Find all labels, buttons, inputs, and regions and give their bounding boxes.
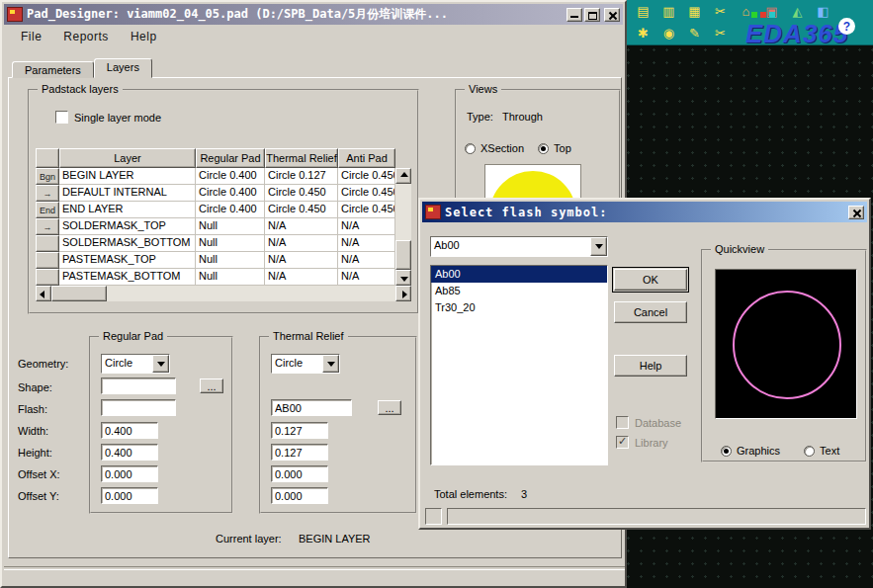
- regular-flash-input[interactable]: [101, 399, 176, 416]
- cut-icon[interactable]: ✂: [710, 3, 731, 21]
- column-header-regular-pad[interactable]: Regular Pad: [196, 148, 265, 168]
- table-cell[interactable]: Null: [196, 218, 265, 235]
- thermal-offset-x-input[interactable]: [271, 465, 328, 482]
- table-cell[interactable]: Circle 0.400: [196, 185, 265, 202]
- column-header-thermal-relief[interactable]: Thermal Relief: [265, 148, 338, 168]
- table-cell[interactable]: DEFAULT INTERNAL: [59, 185, 196, 202]
- flash-list[interactable]: Ab00Ab85Tr30_20: [430, 265, 608, 465]
- row-tag-button[interactable]: →: [36, 185, 59, 202]
- table-hscrollbar[interactable]: [36, 286, 411, 301]
- row-tag-button[interactable]: [36, 269, 59, 286]
- table-cell[interactable]: N/A: [265, 235, 338, 252]
- column-header-anti-pad[interactable]: Anti Pad: [338, 148, 395, 168]
- table-cell[interactable]: BEGIN LAYER: [59, 168, 196, 185]
- table-cell[interactable]: END LAYER: [59, 202, 196, 218]
- view-radio-top[interactable]: Top: [538, 142, 571, 154]
- regular-width-input[interactable]: [101, 422, 158, 439]
- dialog-titlebar[interactable]: Select flash symbol:: [422, 202, 867, 222]
- table-cell[interactable]: N/A: [338, 252, 395, 269]
- regular-offset-y-input[interactable]: [101, 487, 158, 504]
- hscroll-thumb[interactable]: [51, 286, 107, 301]
- row-tag-button[interactable]: [36, 252, 59, 269]
- table-cell[interactable]: Null: [196, 235, 265, 252]
- maximize-button[interactable]: [584, 8, 600, 22]
- regular-height-input[interactable]: [101, 444, 158, 461]
- open-folder-icon[interactable]: ▥: [658, 3, 679, 21]
- regular-offset-x-input[interactable]: [101, 465, 158, 482]
- thermal-offset-y-input[interactable]: [271, 487, 328, 504]
- tab-parameters[interactable]: Parameters: [12, 61, 94, 78]
- regular-geometry-combo[interactable]: Circle: [101, 354, 170, 374]
- scissors-icon[interactable]: ✂: [710, 25, 731, 42]
- menu-help[interactable]: Help: [120, 27, 168, 46]
- flash-list-item[interactable]: Ab85: [431, 283, 607, 299]
- menu-file[interactable]: File: [10, 27, 52, 46]
- view-radio-xsection[interactable]: XSection: [465, 142, 524, 154]
- table-cell[interactable]: Circle 0.127: [265, 168, 338, 185]
- table-cell[interactable]: Null: [196, 252, 265, 269]
- vscroll-track[interactable]: [395, 184, 411, 240]
- single-layer-mode-checkbox[interactable]: Single layer mode: [55, 111, 161, 124]
- thermal-flash-browse-button[interactable]: ...: [378, 400, 401, 415]
- row-tag-button[interactable]: End: [36, 202, 59, 218]
- table-cell[interactable]: Circle 0.450: [265, 185, 338, 202]
- table-cell[interactable]: Null: [196, 269, 265, 286]
- window-titlebar[interactable]: Pad_Designer: viamm02_04_05.pad (D:/SPB_…: [4, 4, 623, 25]
- thermal-height-input[interactable]: [271, 444, 328, 461]
- regular-shape-browse-button[interactable]: ...: [200, 378, 223, 393]
- scroll-up-button[interactable]: [395, 168, 411, 184]
- table-cell[interactable]: N/A: [265, 269, 338, 286]
- thermal-width-input[interactable]: [271, 422, 328, 439]
- table-cell[interactable]: N/A: [265, 252, 338, 269]
- row-tag-button[interactable]: →: [36, 218, 59, 235]
- scroll-right-button[interactable]: [395, 286, 411, 301]
- table-cell[interactable]: Circle 0.450: [338, 168, 395, 185]
- table-cell[interactable]: N/A: [338, 218, 395, 235]
- tab-layers[interactable]: Layers: [94, 58, 152, 78]
- flash-list-item[interactable]: Tr30_20: [431, 299, 607, 316]
- regular-shape-input[interactable]: [101, 378, 176, 394]
- table-cell[interactable]: PASTEMASK_TOP: [59, 252, 196, 269]
- hscroll-track[interactable]: [107, 286, 395, 301]
- help-button[interactable]: Help: [614, 355, 687, 377]
- combo-drop-button[interactable]: [322, 355, 339, 373]
- save-icon[interactable]: ▦: [684, 3, 705, 21]
- table-cell[interactable]: SOLDERMASK_TOP: [59, 218, 196, 235]
- scroll-down-button[interactable]: [395, 270, 411, 286]
- minimize-button[interactable]: [567, 8, 582, 22]
- new-file-icon[interactable]: ▤: [633, 3, 654, 21]
- column-header-layer[interactable]: Layer: [59, 148, 196, 168]
- quickview-radio-graphics[interactable]: Graphics: [721, 445, 780, 457]
- table-cell[interactable]: PASTEMASK_BOTTOM: [59, 269, 196, 286]
- row-tag-button[interactable]: Bgn: [36, 168, 59, 185]
- cancel-button[interactable]: Cancel: [614, 301, 687, 323]
- pencil-icon[interactable]: ✎: [684, 25, 705, 42]
- menu-reports[interactable]: Reports: [52, 27, 120, 46]
- table-cell[interactable]: Circle 0.450: [338, 185, 395, 202]
- table-cell[interactable]: Circle 0.400: [196, 202, 265, 218]
- table-cell[interactable]: Circle 0.450: [338, 202, 395, 218]
- combo-drop-button[interactable]: [152, 355, 169, 373]
- gear-icon[interactable]: ✱: [633, 25, 654, 42]
- ok-button[interactable]: OK: [614, 269, 687, 291]
- row-tag-button[interactable]: [36, 235, 59, 252]
- table-cell[interactable]: Circle 0.400: [196, 168, 265, 185]
- table-cell[interactable]: SOLDERMASK_BOTTOM: [59, 235, 196, 252]
- combo-drop-button[interactable]: [590, 237, 607, 256]
- close-button[interactable]: [604, 8, 620, 22]
- flash-symbol-combo[interactable]: Ab00: [430, 236, 608, 257]
- dialog-close-button[interactable]: [848, 206, 864, 219]
- thermal-flash-input[interactable]: [271, 399, 352, 416]
- vscroll-thumb[interactable]: [395, 240, 411, 270]
- table-cell[interactable]: N/A: [338, 269, 395, 286]
- scroll-left-button[interactable]: [36, 286, 51, 301]
- checkbox-database[interactable]: Database: [616, 416, 681, 429]
- table-cell[interactable]: Circle 0.450: [265, 202, 338, 218]
- checkbox-library[interactable]: Library: [616, 436, 681, 449]
- table-cell[interactable]: N/A: [338, 235, 395, 252]
- flash-list-item[interactable]: Ab00: [431, 266, 607, 283]
- thermal-geometry-combo[interactable]: Circle: [271, 354, 340, 374]
- table-cell[interactable]: N/A: [265, 218, 338, 235]
- quickview-radio-text[interactable]: Text: [804, 445, 839, 457]
- table-vscrollbar[interactable]: [395, 168, 411, 286]
